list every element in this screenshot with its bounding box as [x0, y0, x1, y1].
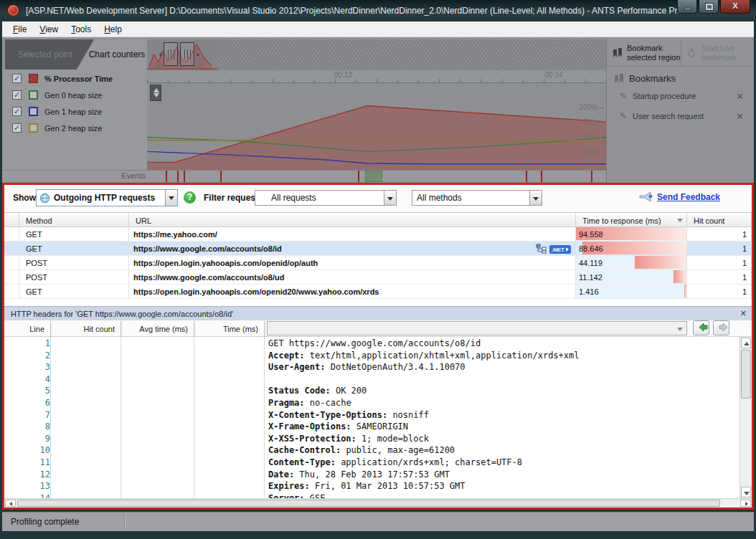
- event-marker[interactable]: [177, 171, 179, 182]
- menu-item-file[interactable]: File: [6, 23, 33, 36]
- menu-item-view[interactable]: View: [33, 23, 65, 36]
- dropdown-arrow-icon[interactable]: [384, 191, 396, 205]
- scroll-up-button[interactable]: [741, 338, 751, 348]
- table-row[interactable]: GEThttps://www.google.com/accounts/o8/id…: [4, 242, 752, 256]
- bookmark-selected-region-button[interactable]: Bookmark selected region: [607, 39, 681, 66]
- overview-bookmark-label: S: [199, 61, 203, 69]
- http-headers-content[interactable]: 1GET https://www.google.com/accounts/o8/…: [4, 337, 740, 498]
- axis-tick: [335, 79, 336, 82]
- event-marker[interactable]: [591, 171, 592, 182]
- method-filter-combobox[interactable]: All methods: [412, 190, 542, 206]
- scrollbar-thumb[interactable]: [17, 500, 720, 507]
- event-marker[interactable]: [184, 171, 185, 182]
- checkbox[interactable]: ✓: [12, 123, 22, 133]
- table-row[interactable]: GEThttps://open.login.yahooapis.com/open…: [4, 285, 752, 299]
- close-button[interactable]: X: [720, 0, 750, 14]
- line-number: 3: [10, 362, 50, 372]
- counter-chart[interactable]: 100%75%50%25%: [147, 83, 606, 170]
- pencil-icon[interactable]: ✎: [620, 91, 627, 101]
- help-icon[interactable]: ?: [184, 191, 196, 204]
- bookmark-item[interactable]: ✎User search request✕: [620, 109, 748, 123]
- event-marker[interactable]: [526, 171, 527, 182]
- column-header-indicator[interactable]: [4, 213, 19, 228]
- source-column-line[interactable]: Line: [4, 320, 50, 337]
- time-to-response-cell: 94.558: [576, 227, 687, 242]
- event-marker[interactable]: [166, 171, 167, 182]
- series-color-swatch: [29, 123, 38, 133]
- event-marker[interactable]: [541, 171, 542, 182]
- time-value: 1.416: [576, 287, 599, 296]
- dropdown-arrow-icon[interactable]: [674, 323, 686, 334]
- delete-bookmark-icon[interactable]: ✕: [736, 111, 744, 122]
- time-axis: 00:1300:14: [147, 70, 606, 83]
- checkbox[interactable]: ✓: [12, 90, 22, 100]
- checkbox[interactable]: ✓: [12, 74, 22, 83]
- tab-selected-point[interactable]: Selected point: [5, 39, 85, 70]
- navigate-forward-button[interactable]: [713, 320, 729, 335]
- pencil-icon[interactable]: ✎: [620, 111, 627, 121]
- menu-item-tools[interactable]: Tools: [65, 23, 98, 36]
- dropdown-arrow-icon[interactable]: [529, 191, 542, 205]
- maximize-button[interactable]: [699, 0, 719, 14]
- range-handle-right[interactable]: ›: [180, 42, 194, 66]
- vertical-scrollbar[interactable]: [740, 337, 752, 498]
- column-header-Hit count[interactable]: Hit count: [687, 213, 752, 228]
- source-view-column-headers: LineHit countAvg time (ms)Time (ms): [4, 320, 752, 337]
- stopwatch-icon: [687, 48, 697, 58]
- source-column-hit-count[interactable]: Hit count: [50, 320, 121, 337]
- delete-bookmark-icon[interactable]: ✕: [736, 91, 744, 102]
- show-combobox[interactable]: Outgoing HTTP requests: [36, 189, 178, 206]
- axis-tick: [523, 79, 524, 82]
- overview-unselected-region: [218, 39, 606, 70]
- scroll-left-button[interactable]: [5, 500, 16, 507]
- axis-tick: [481, 79, 481, 82]
- http-requests-panel: Show Outgoing HTTP requests ? Filter req…: [2, 183, 754, 510]
- menu-item-help[interactable]: Help: [98, 23, 128, 36]
- axis-tick: [293, 79, 294, 82]
- y-axis-label: 75%: [583, 118, 597, 126]
- line-number: 5: [10, 386, 50, 396]
- events-label: Events: [9, 171, 146, 180]
- http-header-line: Expires: Fri, 01 Mar 2013 10:57:53 GMT: [268, 481, 466, 491]
- close-panel-icon[interactable]: ✕: [740, 309, 747, 318]
- source-column-time-ms-[interactable]: Time (ms): [194, 320, 264, 337]
- timeline-overview[interactable]: ‹›UsS: [147, 39, 606, 70]
- call-tree-icon[interactable]: [536, 244, 547, 255]
- table-row[interactable]: POSThttps://open.login.yahooapis.com/ope…: [4, 256, 752, 270]
- column-header-Method[interactable]: Method: [19, 213, 129, 228]
- source-file-combobox[interactable]: [267, 321, 687, 335]
- spin-up-icon[interactable]: [153, 88, 159, 92]
- app-window: [ASP.NET/Web Development Server] D:\Docu…: [0, 0, 756, 539]
- source-column-avg-time-ms-[interactable]: Avg time (ms): [121, 320, 194, 337]
- minimize-button[interactable]: [677, 0, 697, 14]
- checkbox[interactable]: ✓: [12, 107, 22, 116]
- event-marker[interactable]: [358, 171, 359, 182]
- time-bar: [684, 285, 686, 297]
- table-row[interactable]: POSThttps://www.google.com/accounts/o8/u…: [4, 270, 752, 285]
- horizontal-scrollbar[interactable]: [4, 498, 752, 507]
- chart-zoom-spinner[interactable]: [150, 85, 161, 101]
- event-marker[interactable]: [220, 171, 222, 182]
- navigate-back-button[interactable]: [693, 320, 709, 335]
- tab-chart-counters[interactable]: Chart counters: [77, 39, 147, 70]
- scroll-right-button[interactable]: [740, 500, 751, 507]
- globe-icon: [39, 193, 50, 204]
- scroll-down-button[interactable]: [741, 487, 751, 497]
- column-header-URL[interactable]: URL: [129, 213, 576, 228]
- bookmark-item[interactable]: ✎Startup procedure✕: [620, 89, 748, 103]
- event-region-marker[interactable]: [365, 171, 382, 182]
- start-live-bookmark-button[interactable]: Start Live bookmark: [681, 39, 754, 66]
- requests-table-header: MethodURLTime to response (ms)Hit count: [4, 212, 752, 227]
- line-number: 9: [10, 434, 50, 444]
- request-filter-combobox[interactable]: All requests: [255, 190, 397, 206]
- http-header-line: X-Content-Type-Options: nosniff: [268, 410, 429, 420]
- scrollbar-thumb[interactable]: [741, 350, 751, 399]
- dropdown-arrow-icon[interactable]: [165, 190, 177, 206]
- range-handle-left[interactable]: ‹: [164, 42, 178, 66]
- column-header-Time to response (ms)[interactable]: Time to response (ms): [576, 213, 687, 228]
- send-feedback-link[interactable]: Send Feedback: [657, 192, 720, 202]
- spin-down-icon[interactable]: [153, 93, 159, 97]
- http-header-line: Accept: text/html,application/xhtml+xml,…: [268, 350, 579, 361]
- x-axis-label: 00:14: [545, 71, 563, 79]
- table-row[interactable]: GEThttps://me.yahoo.com/94.5581: [4, 227, 752, 242]
